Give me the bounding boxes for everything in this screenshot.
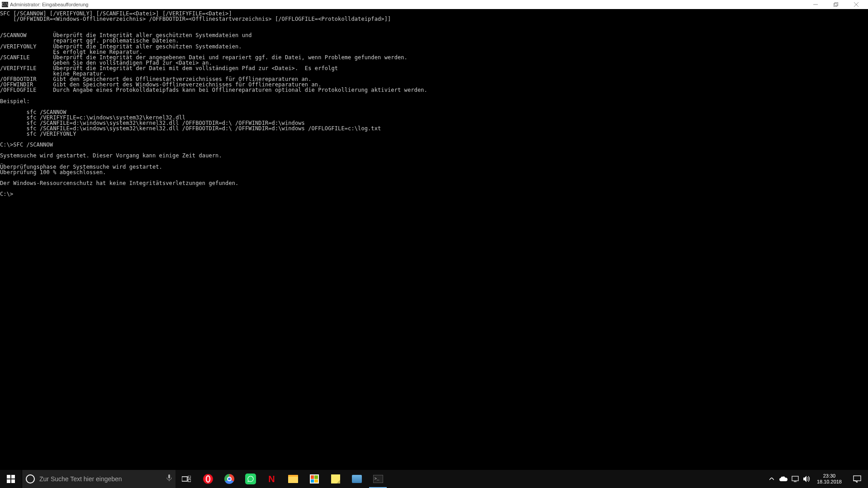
taskbar-app-whatsapp[interactable] [240,470,261,488]
tray-show-hidden-icons[interactable] [766,470,777,488]
svg-rect-2 [835,3,838,6]
netflix-icon: N [266,474,277,484]
search-placeholder: Zur Suche Text hier eingeben [39,475,162,483]
tray-onedrive-icon[interactable] [778,470,789,488]
window-title: Administrator: Eingabeaufforderung [10,2,88,7]
svg-rect-12 [188,476,191,478]
svg-rect-11 [182,477,187,481]
task-view-button[interactable] [175,470,197,488]
cmd-icon: >_ [373,475,383,483]
taskbar-time: 23:30 [823,473,836,479]
svg-rect-13 [188,479,191,482]
svg-rect-1 [834,4,837,7]
minimize-button[interactable] [805,0,825,9]
svg-rect-5 [7,475,10,479]
taskbar: Zur Suche Text hier eingeben N >_ [0,470,868,488]
snipping-tool-icon [352,475,362,483]
start-button[interactable] [0,470,22,488]
tray-volume-icon[interactable] [802,470,812,488]
taskbar-app-snipping[interactable] [346,470,367,488]
taskbar-app-netflix[interactable]: N [261,470,282,488]
taskbar-app-opera[interactable] [197,470,218,488]
taskbar-app-chrome[interactable] [218,470,240,488]
microsoft-store-icon [310,474,319,483]
file-explorer-icon [288,475,298,483]
taskbar-app-explorer[interactable] [282,470,304,488]
terminal-output[interactable]: SFC [/SCANNOW] [/VERIFYONLY] [/SCANFILE=… [0,9,868,197]
chrome-icon [224,474,234,484]
cortana-icon [26,474,35,483]
opera-icon [203,474,213,484]
microphone-icon[interactable] [166,474,172,483]
taskbar-app-store[interactable] [304,470,325,488]
taskbar-clock[interactable]: 23:30 18.10.2018 [813,473,845,485]
action-center-button[interactable] [846,470,868,488]
window-titlebar: C:\ Administrator: Eingabeaufforderung [0,0,868,9]
svg-rect-6 [11,475,15,479]
svg-rect-9 [168,474,170,479]
svg-rect-7 [7,479,10,483]
taskbar-date: 18.10.2018 [817,479,842,485]
svg-rect-16 [854,476,861,481]
tray-network-icon[interactable] [790,470,801,488]
search-box[interactable]: Zur Suche Text hier eingeben [22,470,175,488]
close-button[interactable] [846,0,866,9]
maximize-button[interactable] [825,0,846,9]
svg-rect-14 [792,476,798,481]
whatsapp-icon [245,474,256,484]
taskbar-app-cmd[interactable]: >_ [367,470,389,488]
sticky-notes-icon [331,474,340,483]
taskbar-app-sticky-notes[interactable] [325,470,346,488]
svg-rect-8 [11,479,15,483]
cmd-window-icon: C:\ [2,2,8,7]
